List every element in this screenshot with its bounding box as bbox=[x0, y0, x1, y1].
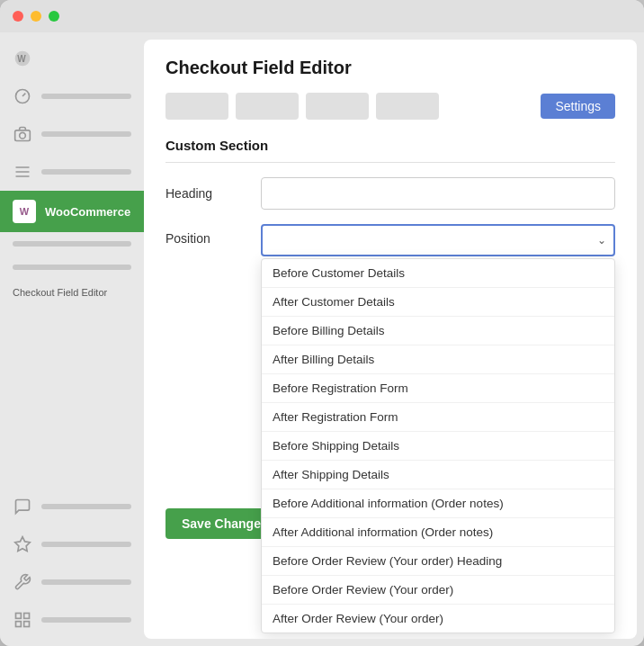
sidebar-line bbox=[41, 617, 131, 623]
settings-button[interactable]: Settings bbox=[541, 94, 615, 119]
heading-row: Heading bbox=[165, 177, 615, 210]
tab-3[interactable] bbox=[306, 93, 369, 120]
svg-rect-11 bbox=[16, 622, 22, 627]
svg-rect-12 bbox=[24, 622, 30, 627]
sidebar-item-woocommerce[interactable]: W WooCommerce bbox=[0, 191, 144, 232]
position-select-wrapper: ⌄ Before Customer Details After Customer… bbox=[261, 224, 615, 256]
dropdown-item-after-additional[interactable]: After Additional information (Order note… bbox=[262, 518, 614, 547]
dropdown-item-after-registration[interactable]: After Registration Form bbox=[262, 403, 614, 432]
minimize-button[interactable] bbox=[31, 11, 41, 22]
sidebar-line bbox=[41, 169, 131, 175]
sidebar-item-wordpress[interactable]: W bbox=[0, 40, 144, 77]
close-button[interactable] bbox=[13, 11, 23, 22]
sidebar-sub-line-2 bbox=[13, 265, 131, 270]
svg-rect-10 bbox=[24, 614, 30, 619]
position-select[interactable] bbox=[261, 224, 615, 256]
sidebar-item-pages[interactable] bbox=[0, 601, 144, 639]
sidebar-item-comments[interactable] bbox=[0, 488, 144, 525]
woo-icon: W bbox=[13, 200, 36, 223]
sidebar-item-woocommerce-label: WooCommerce bbox=[45, 205, 130, 219]
tab-1[interactable] bbox=[165, 93, 228, 120]
camera-icon bbox=[13, 124, 32, 144]
app-body: W bbox=[0, 32, 644, 646]
position-row: Position ⌄ Before Customer Details After… bbox=[165, 224, 615, 256]
sidebar-checkout-label: Checkout Field Editor bbox=[13, 286, 107, 299]
position-label: Position bbox=[165, 224, 246, 246]
page-title: Checkout Field Editor bbox=[165, 58, 615, 78]
maximize-button[interactable] bbox=[49, 11, 59, 22]
sidebar-line bbox=[41, 579, 131, 585]
sidebar-sub-line bbox=[13, 241, 131, 247]
wrench-icon bbox=[13, 572, 32, 592]
dropdown-item-after-customer[interactable]: After Customer Details bbox=[262, 288, 614, 317]
svg-rect-9 bbox=[16, 614, 22, 619]
main-content: Checkout Field Editor Settings Custom Se… bbox=[144, 40, 637, 639]
tab-2[interactable] bbox=[236, 93, 299, 120]
dropdown-item-after-shipping[interactable]: After Shipping Details bbox=[262, 461, 614, 489]
sidebar-line bbox=[41, 131, 131, 137]
tab-bar: Settings bbox=[165, 93, 615, 120]
position-dropdown-list: Before Customer Details After Customer D… bbox=[261, 258, 615, 633]
sidebar-line bbox=[41, 504, 131, 509]
svg-text:W: W bbox=[17, 54, 26, 64]
sidebar-line bbox=[41, 94, 131, 99]
star-icon bbox=[13, 534, 32, 554]
dropdown-item-before-order-review[interactable]: Before Order Review (Your order) bbox=[262, 576, 614, 605]
dropdown-item-after-order-review[interactable]: After Order Review (Your order) bbox=[262, 605, 614, 633]
sidebar-item-posts[interactable] bbox=[0, 153, 144, 191]
sidebar-item-media[interactable] bbox=[0, 115, 144, 153]
sidebar-item-appearance[interactable] bbox=[0, 525, 144, 563]
grid-icon bbox=[13, 610, 32, 630]
section-title: Custom Section bbox=[165, 138, 615, 163]
dropdown-item-before-shipping[interactable]: Before Shipping Details bbox=[262, 432, 614, 461]
sidebar-item-plugins[interactable] bbox=[0, 563, 144, 601]
app-window: W bbox=[0, 0, 644, 646]
dropdown-item-before-customer[interactable]: Before Customer Details bbox=[262, 259, 614, 288]
dropdown-item-before-additional[interactable]: Before Additional information (Order not… bbox=[262, 489, 614, 518]
sidebar-sub-item-2[interactable] bbox=[0, 256, 144, 279]
wordpress-icon: W bbox=[13, 49, 32, 68]
dropdown-item-before-billing[interactable]: Before Billing Details bbox=[262, 317, 614, 345]
sidebar: W bbox=[0, 32, 144, 646]
chat-icon bbox=[13, 497, 32, 516]
sidebar-sub-item-1[interactable] bbox=[0, 232, 144, 256]
heading-label: Heading bbox=[165, 186, 246, 201]
tab-4[interactable] bbox=[376, 93, 439, 120]
sidebar-item-checkout-editor[interactable]: Checkout Field Editor bbox=[0, 279, 144, 306]
menu-icon bbox=[13, 162, 32, 182]
gauge-icon bbox=[13, 86, 32, 106]
titlebar bbox=[0, 0, 644, 32]
heading-input[interactable] bbox=[261, 177, 615, 210]
svg-point-4 bbox=[20, 132, 26, 139]
svg-marker-8 bbox=[15, 537, 31, 552]
sidebar-item-dashboard[interactable] bbox=[0, 77, 144, 115]
dropdown-item-after-billing[interactable]: After Billing Details bbox=[262, 345, 614, 374]
sidebar-line bbox=[41, 542, 131, 547]
dropdown-item-before-order-heading[interactable]: Before Order Review (Your order) Heading bbox=[262, 547, 614, 576]
dropdown-item-before-registration[interactable]: Before Registration Form bbox=[262, 374, 614, 403]
